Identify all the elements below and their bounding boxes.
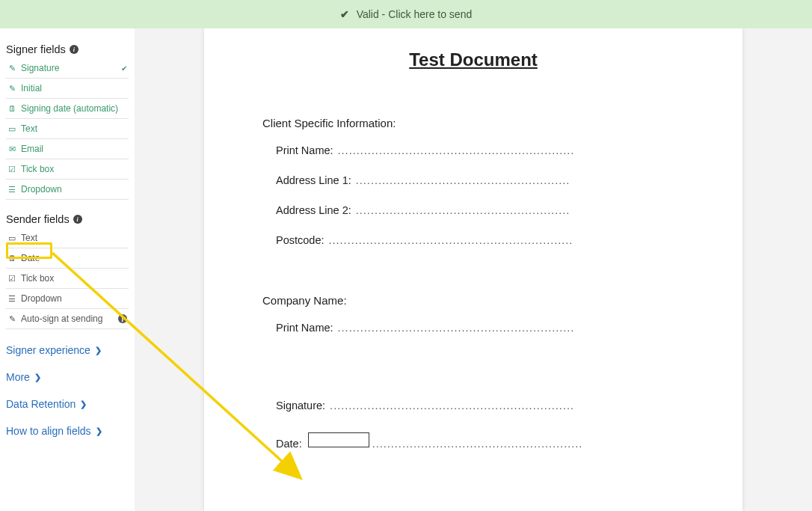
check-icon: ✔ xyxy=(340,8,349,20)
list-icon: ☰ xyxy=(7,294,16,304)
section-company-heading: Company Name: xyxy=(262,294,707,307)
sender-dropdown[interactable]: ☰ Dropdown xyxy=(6,289,129,309)
line-signature: Signature: .............................… xyxy=(276,400,707,411)
pencil-square-icon: ✎ xyxy=(7,64,16,73)
sender-fields-list: ▭ Text 🗓 Date ☑ Tick box ☰ Dropdown ✎ Au… xyxy=(6,228,129,329)
pencil-square-icon: ✎ xyxy=(7,314,16,324)
line-address-1: Address Line 1: ........................… xyxy=(276,174,707,186)
chevron-right-icon: ❯ xyxy=(96,426,102,436)
signer-signature[interactable]: ✎ Signature ✔ xyxy=(6,58,129,79)
calendar-icon: 🗓 xyxy=(7,104,16,113)
document-title: Test Document xyxy=(240,49,707,70)
signer-dropdown[interactable]: ☰ Dropdown xyxy=(6,180,129,200)
sender-text[interactable]: ▭ Text xyxy=(6,228,129,248)
text-box-icon: ▭ xyxy=(7,233,16,243)
sidebar: Signer fields i ✎ Signature ✔ ✎ Initial … xyxy=(0,28,135,511)
sender-auto-sign[interactable]: ✎ Auto-sign at sending i xyxy=(6,309,129,329)
signer-signing-date[interactable]: 🗓 Signing date (automatic) xyxy=(6,99,129,119)
signer-fields-list: ✎ Signature ✔ ✎ Initial 🗓 Signing date (… xyxy=(6,58,129,200)
nav-signer-experience[interactable]: Signer experience ❯ xyxy=(6,344,129,356)
date-field-placeholder[interactable] xyxy=(308,432,369,447)
signer-text[interactable]: ▭ Text xyxy=(6,119,129,139)
list-icon: ☰ xyxy=(7,185,16,195)
line-date: Date: ..................................… xyxy=(276,432,707,450)
nav-more[interactable]: More ❯ xyxy=(6,371,129,383)
banner-text: Valid - Click here to send xyxy=(357,8,473,20)
sender-fields-heading: Sender fields i xyxy=(6,213,129,225)
text-box-icon: ▭ xyxy=(7,124,16,134)
line-company-print-name: Print Name: ............................… xyxy=(276,322,707,334)
info-icon[interactable]: i xyxy=(118,314,127,323)
chevron-right-icon: ❯ xyxy=(95,346,102,355)
calendar-icon: 🗓 xyxy=(7,254,16,263)
nav-data-retention[interactable]: Data Retention ❯ xyxy=(6,398,129,410)
nav-how-to-align[interactable]: How to align fields ❯ xyxy=(6,425,129,437)
document-canvas[interactable]: Test Document Client Specific Informatio… xyxy=(135,28,812,511)
signer-fields-heading: Signer fields i xyxy=(6,43,129,55)
chevron-right-icon: ❯ xyxy=(80,400,87,409)
check-icon: ✔ xyxy=(121,64,127,73)
sender-tickbox[interactable]: ☑ Tick box xyxy=(6,269,129,289)
signer-tickbox[interactable]: ☑ Tick box xyxy=(6,159,129,180)
sender-date[interactable]: 🗓 Date xyxy=(6,248,129,269)
section-client-info-heading: Client Specific Information: xyxy=(262,117,707,129)
checkbox-icon: ☑ xyxy=(7,274,16,284)
mail-icon: ✉ xyxy=(7,144,16,154)
signer-initial[interactable]: ✎ Initial xyxy=(6,79,129,99)
line-address-2: Address Line 2: ........................… xyxy=(276,204,707,216)
valid-send-banner[interactable]: ✔ Valid - Click here to send xyxy=(0,0,812,28)
pencil-icon: ✎ xyxy=(7,84,16,94)
chevron-right-icon: ❯ xyxy=(34,373,41,382)
line-print-name: Print Name: ............................… xyxy=(276,144,707,156)
info-icon[interactable]: i xyxy=(70,45,79,54)
signer-email[interactable]: ✉ Email xyxy=(6,139,129,159)
document-page[interactable]: Test Document Client Specific Informatio… xyxy=(204,28,742,511)
line-postcode: Postcode: ..............................… xyxy=(276,234,707,246)
checkbox-icon: ☑ xyxy=(7,165,16,174)
info-icon[interactable]: i xyxy=(73,215,82,224)
